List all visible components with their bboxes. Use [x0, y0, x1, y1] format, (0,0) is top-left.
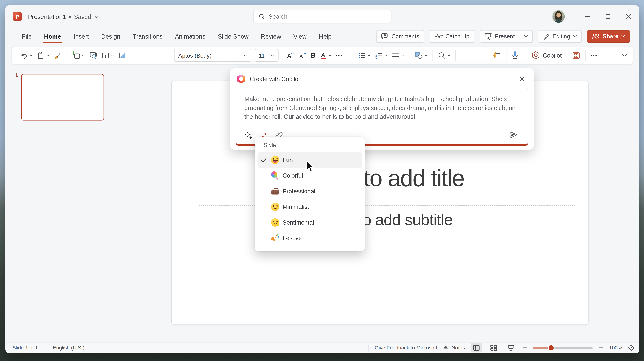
- slide-sorter-view-button[interactable]: [488, 343, 500, 352]
- slideshow-view-button[interactable]: [505, 343, 517, 352]
- avatar[interactable]: [552, 10, 565, 23]
- chevron-down-icon[interactable]: [46, 54, 49, 57]
- style-option-minimalist[interactable]: Minimalist: [258, 199, 362, 215]
- chevron-down-icon[interactable]: [367, 54, 370, 57]
- shapes-icon: [414, 51, 423, 60]
- zoom-level[interactable]: 100%: [609, 345, 622, 351]
- reuse-slides-button[interactable]: [87, 48, 100, 62]
- more-ribbon-options-button[interactable]: •••: [588, 48, 600, 62]
- more-font-options-button[interactable]: •••: [334, 48, 345, 62]
- menu-home[interactable]: Home: [40, 30, 65, 42]
- menu-transitions[interactable]: Transitions: [128, 30, 167, 42]
- designer-button[interactable]: [490, 48, 503, 62]
- notes-button[interactable]: Notes: [443, 345, 465, 351]
- zoom-in-button[interactable]: [598, 345, 603, 350]
- zoom-out-button[interactable]: [522, 345, 527, 350]
- font-name-select[interactable]: Aptos (Body): [174, 49, 251, 62]
- font-size-select[interactable]: 11: [255, 49, 278, 62]
- style-option-label: Festive: [282, 235, 302, 241]
- search-input[interactable]: [268, 13, 386, 20]
- bullets-button[interactable]: [356, 48, 372, 62]
- chevron-down-icon[interactable]: [111, 54, 114, 57]
- close-button[interactable]: [622, 10, 635, 23]
- dialog-close-button[interactable]: [517, 74, 527, 84]
- chevron-down-icon[interactable]: [401, 54, 404, 57]
- chevron-down-icon[interactable]: [328, 54, 332, 57]
- numbering-button[interactable]: 1 2 3: [372, 48, 389, 62]
- chevron-down-icon[interactable]: [424, 54, 428, 57]
- copilot-icon: [532, 51, 540, 60]
- font-name-value: Aptos (Body): [178, 52, 212, 59]
- ellipsis-icon: •••: [336, 53, 343, 58]
- feedback-link[interactable]: Give Feedback to Microsoft: [375, 345, 437, 351]
- shrink-font-button[interactable]: A: [296, 48, 309, 62]
- chevron-down-icon[interactable]: [29, 54, 32, 57]
- sparkle-icon[interactable]: [244, 131, 253, 140]
- slideshow-icon: [508, 345, 514, 351]
- ribbon-separator: [524, 50, 524, 61]
- document-title-text: Presentation1: [28, 13, 66, 20]
- layout-button[interactable]: [100, 48, 116, 62]
- dictate-button[interactable]: [510, 48, 521, 62]
- minimize-button[interactable]: [580, 10, 594, 23]
- copilot-button[interactable]: Copilot: [530, 48, 564, 62]
- send-button[interactable]: [508, 130, 519, 140]
- align-button[interactable]: [390, 48, 406, 62]
- bold-button[interactable]: B: [309, 48, 318, 62]
- zoom-slider[interactable]: [533, 347, 592, 348]
- menu-view[interactable]: View: [289, 30, 311, 42]
- menu-design[interactable]: Design: [97, 30, 124, 42]
- style-option-sentimental[interactable]: Sentimental: [258, 215, 362, 230]
- find-button[interactable]: [436, 48, 452, 62]
- normal-view-icon: [473, 345, 480, 351]
- menu-help[interactable]: Help: [315, 30, 336, 42]
- menu-insert[interactable]: Insert: [69, 30, 93, 42]
- chevron-down-icon[interactable]: [524, 35, 528, 38]
- chevron-down-icon[interactable]: [384, 54, 387, 57]
- send-icon: [509, 130, 518, 139]
- undo-button[interactable]: [18, 48, 34, 62]
- menu-review[interactable]: Review: [257, 30, 285, 42]
- maximize-button[interactable]: [601, 10, 615, 23]
- catch-up-button[interactable]: Catch Up: [430, 30, 474, 43]
- design-ideas-button[interactable]: [570, 48, 582, 62]
- reuse-slides-icon: [89, 51, 98, 60]
- style-option-professional[interactable]: Professional: [258, 183, 362, 199]
- document-title[interactable]: Presentation1 • Saved: [28, 13, 98, 20]
- present-button[interactable]: Present: [480, 30, 533, 43]
- powerpoint-logo: P: [13, 12, 22, 21]
- panel-divider[interactable]: [122, 67, 122, 342]
- comments-label: Comments: [392, 33, 419, 39]
- format-painter-icon: [54, 51, 62, 60]
- collapse-ribbon-button[interactable]: [620, 48, 629, 62]
- fit-slide-button[interactable]: [628, 344, 634, 351]
- language-status[interactable]: English (U.S.): [53, 345, 84, 351]
- chevron-down-icon[interactable]: [82, 54, 85, 57]
- slide-thumbnail[interactable]: [21, 74, 104, 120]
- catch-up-label: Catch Up: [446, 33, 470, 39]
- normal-view-button[interactable]: [471, 343, 482, 352]
- designer-icon: [492, 51, 501, 60]
- editing-label: Editing: [552, 33, 570, 39]
- format-painter-button[interactable]: [52, 48, 64, 62]
- style-option-festive[interactable]: Festive: [258, 230, 362, 246]
- search-box[interactable]: [254, 10, 392, 23]
- share-button[interactable]: Share: [587, 30, 630, 43]
- grow-font-button[interactable]: A: [284, 48, 296, 62]
- zoom-slider-thumb[interactable]: [548, 345, 554, 350]
- editing-mode-button[interactable]: Editing: [538, 30, 582, 43]
- align-icon: [392, 51, 400, 60]
- font-color-button[interactable]: A: [318, 48, 334, 62]
- comments-button[interactable]: @ Comments: [376, 30, 424, 43]
- ellipsis-icon: •••: [590, 53, 598, 58]
- paste-button[interactable]: [34, 48, 51, 62]
- new-slide-button[interactable]: [70, 48, 87, 62]
- menu-slide-show[interactable]: Slide Show: [214, 30, 252, 42]
- chevron-down-icon[interactable]: [447, 54, 450, 57]
- menu-file[interactable]: File: [18, 30, 36, 42]
- shapes-button[interactable]: [412, 48, 430, 62]
- ribbon-separator: [506, 50, 506, 61]
- designer-fill-button[interactable]: [116, 48, 128, 62]
- ribbon-separator: [585, 50, 586, 61]
- menu-animations[interactable]: Animations: [171, 30, 210, 42]
